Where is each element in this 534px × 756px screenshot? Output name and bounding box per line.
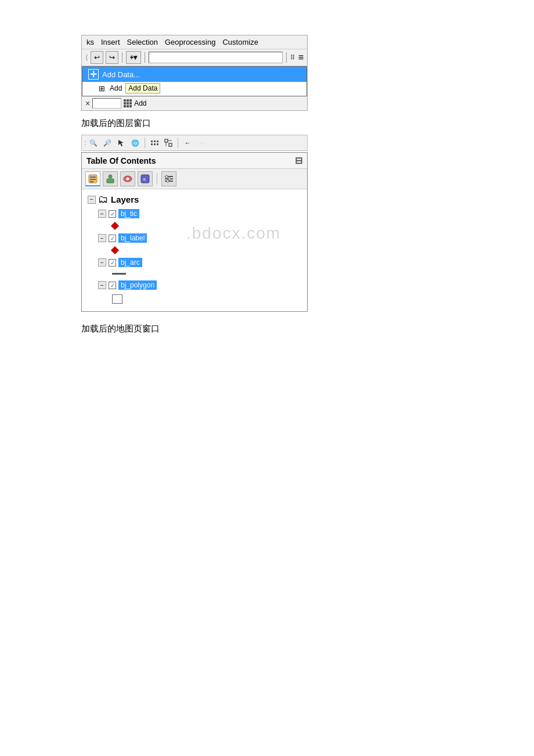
layers-label: Layers — [111, 195, 139, 204]
toc-tab-options[interactable] — [161, 171, 176, 186]
toc-tab-list-by-selection[interactable]: ≡ — [138, 171, 153, 186]
menu-insert[interactable]: Insert — [101, 38, 120, 46]
bj-label-label[interactable]: bj_label — [118, 233, 147, 243]
add-partial-label: Add — [110, 84, 122, 92]
row3-add-partial: Add — [134, 99, 146, 107]
search-input[interactable] — [149, 52, 283, 63]
caption-1: 加载后的图层窗口 — [81, 118, 453, 129]
bj-arc-legend — [107, 270, 302, 278]
svg-point-9 — [109, 175, 112, 178]
map-toolbar-sep2 — [178, 138, 178, 148]
add-data-tooltip-text: Add Data — [125, 83, 160, 93]
svg-point-12 — [127, 178, 129, 181]
sep3 — [286, 52, 287, 63]
menu-selection[interactable]: Selection — [127, 38, 158, 46]
collapse-bj-label[interactable]: − — [98, 234, 106, 242]
layers-folder-icon: 🗂 — [98, 193, 109, 206]
redo-button[interactable]: ↪ — [106, 51, 118, 64]
bj-tic-label[interactable]: bj_tic — [118, 209, 139, 218]
svg-rect-10 — [107, 179, 114, 183]
collapse-bj-tic[interactable]: − — [98, 210, 106, 218]
undo-button[interactable]: ↩ — [91, 51, 103, 64]
select-tool-button[interactable] — [115, 136, 128, 149]
list-icon: ≡ — [298, 52, 304, 63]
close-button[interactable]: × — [85, 99, 90, 108]
add-grid-icon: ⊞ — [99, 84, 105, 93]
bj-polygon-label[interactable]: bj_polygon — [118, 280, 157, 290]
row3-grid-icon — [124, 99, 132, 108]
svg-point-19 — [168, 178, 171, 180]
toc-body: − 🗂 Layers − ✓ bj_tic − ✓ bj_label — [82, 189, 307, 311]
row3-input[interactable] — [92, 98, 121, 109]
svg-rect-1 — [165, 139, 168, 142]
toc-tabs-sep — [157, 173, 157, 185]
svg-point-18 — [165, 175, 168, 178]
add-data-tooltip-row: ⊞ Add Add Data — [82, 82, 306, 96]
collapse-bj-polygon[interactable]: − — [98, 281, 106, 289]
add-data-dropdown: ✛ Add Data... ⊞ Add Add Data — [82, 66, 307, 96]
bj-arc-symbol — [112, 273, 126, 275]
zoom-in-button[interactable]: 🔍 — [87, 136, 100, 149]
menu-geoprocessing[interactable]: Geoprocessing — [165, 38, 215, 46]
fwd-button[interactable]: → — [195, 136, 208, 149]
add-button[interactable]: +▾ — [126, 51, 141, 64]
zoom-out-button[interactable]: 🔎 — [101, 136, 114, 149]
collapse-layers[interactable]: − — [88, 196, 96, 204]
bj-arc-label[interactable]: bj_arc — [118, 258, 142, 267]
caption-2: 加载后的地图页窗口 — [81, 323, 453, 334]
bj-tic-symbol — [111, 222, 119, 230]
svg-text:≡: ≡ — [143, 177, 146, 182]
tree-row-bj-tic: − ✓ bj_tic — [97, 208, 302, 219]
map-toolbar-sep1 — [145, 138, 145, 148]
svg-rect-8 — [90, 181, 93, 182]
toc-pin-button[interactable]: ⊟ — [295, 155, 302, 166]
grid-icon: ⠿ — [290, 54, 295, 62]
tree-row-bj-polygon: − ✓ bj_polygon — [97, 280, 302, 290]
toc-title: Table Of Contents — [86, 156, 156, 165]
bj-label-symbol — [111, 246, 119, 254]
toc-tab-list-by-source[interactable] — [103, 171, 118, 186]
svg-rect-6 — [90, 177, 96, 178]
sep2 — [145, 52, 145, 63]
toc-panel: Table Of Contents ⊟ — [81, 152, 308, 312]
add-data-menu-item[interactable]: ✛ Add Data... — [82, 67, 306, 82]
toc-tab-list-by-drawing-order[interactable] — [85, 171, 100, 186]
resize-button[interactable] — [162, 136, 175, 149]
toc-tabs: ≡ — [82, 169, 307, 189]
svg-rect-2 — [169, 143, 172, 146]
checkbox-bj-polygon[interactable]: ✓ — [109, 282, 116, 289]
tree-row-bj-label: − ✓ bj_label — [97, 233, 302, 243]
tree-row-layers: − 🗂 Layers — [86, 193, 302, 206]
map-toolbar: : 🔍 🔎 🌐 ← → — [81, 135, 308, 151]
add-data-icon: ✛ — [88, 69, 99, 80]
grid-dots-button[interactable] — [148, 136, 161, 149]
globe-button[interactable]: 🌐 — [129, 136, 142, 149]
checkbox-bj-label[interactable]: ✓ — [109, 235, 116, 242]
checkbox-bj-arc[interactable]: ✓ — [109, 259, 116, 267]
svg-point-20 — [167, 180, 169, 182]
svg-rect-7 — [90, 179, 96, 180]
toc-tab-list-by-visibility[interactable] — [120, 171, 135, 186]
layers-tree: − 🗂 Layers − ✓ bj_tic − ✓ bj_label — [82, 189, 307, 311]
toolbar-row-3: × Add — [82, 96, 307, 110]
menu-customize[interactable]: Customize — [222, 38, 258, 46]
bj-polygon-legend — [107, 293, 302, 305]
svg-marker-0 — [118, 140, 124, 146]
bj-tic-legend — [107, 221, 302, 231]
checkbox-bj-tic[interactable]: ✓ — [109, 210, 116, 218]
tree-row-bj-arc: − ✓ bj_arc — [97, 257, 302, 268]
colon-sep: : — [84, 139, 86, 147]
menu-ks[interactable]: ks — [86, 38, 94, 46]
bj-label-legend — [107, 246, 302, 255]
toolbar-sep-left: ⟨ — [85, 53, 88, 62]
collapse-bj-arc[interactable]: − — [98, 258, 106, 267]
back-button[interactable]: ← — [181, 136, 194, 149]
menu-bar: ks Insert Selection Geoprocessing Custom… — [82, 35, 307, 49]
bj-polygon-symbol — [112, 294, 122, 304]
toc-header: Table Of Contents ⊟ — [82, 153, 307, 169]
add-data-label: Add Data... — [102, 70, 140, 79]
sep1 — [122, 52, 122, 63]
toolbar-row-1: ⟨ ↩ ↪ +▾ ⠿ ≡ — [82, 49, 307, 66]
toolbar-area: ks Insert Selection Geoprocessing Custom… — [81, 35, 308, 111]
